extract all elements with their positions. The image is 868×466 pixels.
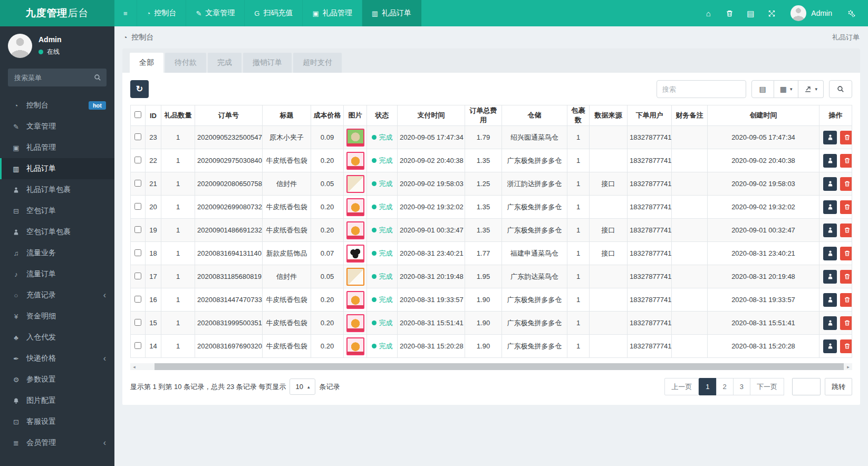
nav-item-scan-recharge[interactable]: G扫码充值 (245, 0, 303, 26)
row-detail-button[interactable] (823, 224, 837, 237)
sidebar-item-traffic-orders[interactable]: ♪流量订单 (0, 264, 114, 285)
row-delete-button[interactable] (840, 224, 852, 237)
page-size-selector[interactable]: 10▴ (290, 378, 315, 395)
sidebar-item-articles[interactable]: ✎文章管理 (0, 116, 114, 137)
row-checkbox[interactable] (134, 342, 141, 349)
product-thumbnail[interactable] (346, 221, 364, 239)
navbar-right-icons: ⌂▤ (698, 0, 782, 26)
sidebar-item-express-prices[interactable]: ✒快递价格‹ (0, 348, 114, 369)
nav-item-gifts[interactable]: ▣礼品管理 (303, 0, 362, 26)
tab-pending-payment[interactable]: 待付款 (165, 53, 206, 73)
row-detail-button[interactable] (823, 131, 837, 144)
user-menu[interactable]: Admin (782, 5, 841, 21)
product-thumbnail[interactable] (346, 129, 364, 147)
sidebar-item-member-management[interactable]: ≣会员管理‹ (0, 432, 114, 453)
row-delete-button[interactable] (840, 247, 852, 260)
sidebar-item-warehouse-dropship[interactable]: ♣入仓代发 (0, 327, 114, 348)
row-checkbox[interactable] (134, 226, 141, 233)
jump-page-input[interactable] (792, 378, 821, 395)
product-thumbnail[interactable] (346, 314, 364, 332)
row-delete-button[interactable] (840, 154, 852, 168)
product-thumbnail[interactable] (346, 198, 364, 216)
sidebar-item-dashboard[interactable]: ◔控制台hot (0, 95, 114, 116)
scrollbar-thumb[interactable] (155, 363, 844, 370)
sidebar-item-gifts[interactable]: ▣礼品管理 (0, 137, 114, 158)
product-thumbnail[interactable] (346, 337, 364, 355)
nav-item-dashboard[interactable]: ◔控制台 (137, 0, 187, 26)
gauge-icon: ◔ (147, 10, 151, 17)
page-2-button[interactable]: 2 (716, 378, 734, 395)
tab-cancelled-orders[interactable]: 撤销订单 (243, 53, 292, 73)
row-checkbox[interactable] (134, 249, 141, 256)
table-search-input[interactable] (657, 80, 746, 98)
row-detail-button[interactable] (823, 200, 837, 214)
row-delete-button[interactable] (840, 293, 852, 307)
sidebar-item-traffic-business[interactable]: ♫流量业务 (0, 242, 114, 264)
prev-page-button[interactable]: 上一页 (664, 378, 699, 395)
detail-view-button[interactable]: ▤ (751, 80, 774, 98)
row-detail-button[interactable] (823, 316, 837, 330)
tab-completed[interactable]: 完成 (208, 53, 242, 73)
clear-trash-button[interactable] (719, 0, 740, 26)
row-detail-button[interactable] (823, 270, 837, 284)
sidebar-item-empty-orders[interactable]: ⊟空包订单 (0, 200, 114, 221)
select-all-checkbox[interactable] (134, 111, 141, 118)
row-detail-button[interactable] (823, 177, 837, 191)
row-detail-button[interactable] (823, 247, 837, 260)
product-thumbnail[interactable] (346, 245, 364, 263)
page-3-button[interactable]: 3 (733, 378, 750, 395)
sidebar-toggle-button[interactable]: ≡ (114, 0, 137, 26)
sidebar-search-input[interactable] (8, 69, 107, 86)
row-delete-button[interactable] (840, 270, 852, 284)
row-detail-button[interactable] (823, 339, 837, 353)
columns-button[interactable]: ▦▾ (774, 80, 799, 98)
settings-button[interactable] (841, 0, 862, 26)
log-button[interactable]: ▤ (740, 0, 761, 26)
sidebar-item-gift-order-packages[interactable]: 礼品订单包裹 (0, 179, 114, 200)
product-thumbnail[interactable] (346, 175, 364, 193)
search-button[interactable] (829, 80, 852, 98)
product-thumbnail[interactable] (346, 152, 364, 170)
sidebar-item-image-config[interactable]: 图片配置 (0, 390, 114, 411)
fullscreen-button[interactable] (761, 0, 782, 26)
row-delete-button[interactable] (840, 200, 852, 214)
sidebar-item-fund-details[interactable]: ¥资金明细 (0, 306, 114, 327)
content-header: ◔控制台 礼品订单 (114, 26, 868, 48)
row-delete-button[interactable] (840, 316, 852, 330)
sidebar-item-recharge-records[interactable]: ○充值记录‹ (0, 285, 114, 306)
nav-item-gift-orders[interactable]: ▥礼品订单 (362, 0, 421, 26)
tab-overtime-payment[interactable]: 超时支付 (293, 53, 342, 73)
row-delete-button[interactable] (840, 131, 852, 144)
row-checkbox[interactable] (134, 273, 141, 279)
row-delete-button[interactable] (840, 177, 852, 191)
sidebar-item-parameter-settings[interactable]: ⚙参数设置 (0, 369, 114, 390)
row-checkbox[interactable] (134, 180, 141, 187)
row-detail-button[interactable] (823, 154, 837, 168)
search-icon[interactable] (94, 74, 101, 81)
brand-logo[interactable]: 九度管理后台 (0, 0, 114, 26)
sidebar-item-gift-orders[interactable]: ▥礼品订单 (0, 158, 114, 179)
row-checkbox[interactable] (134, 157, 141, 163)
sidebar-item-service-settings[interactable]: ⊡客服设置 (0, 411, 114, 432)
product-thumbnail[interactable] (346, 268, 364, 286)
home-button[interactable]: ⌂ (698, 0, 719, 26)
breadcrumb[interactable]: ◔控制台 (123, 33, 153, 42)
jump-button[interactable]: 跳转 (825, 378, 852, 395)
export-button[interactable]: ▾ (798, 80, 824, 98)
scroll-right-arrow[interactable]: ▸ (844, 363, 852, 370)
page-1-button[interactable]: 1 (699, 378, 716, 395)
row-checkbox[interactable] (134, 203, 141, 210)
row-checkbox[interactable] (134, 319, 141, 326)
tab-all[interactable]: 全部 (130, 53, 163, 73)
refresh-button[interactable]: ↻ (130, 80, 149, 98)
row-checkbox[interactable] (134, 133, 141, 140)
row-checkbox[interactable] (134, 296, 141, 303)
next-page-button[interactable]: 下一页 (750, 378, 784, 395)
scroll-left-arrow[interactable]: ◂ (130, 363, 138, 370)
sidebar-item-empty-order-packages[interactable]: 空包订单包裹 (0, 221, 114, 242)
nav-item-articles[interactable]: ✎文章管理 (186, 0, 245, 26)
col-check (131, 105, 146, 126)
product-thumbnail[interactable] (346, 291, 364, 309)
row-delete-button[interactable] (840, 339, 852, 353)
row-detail-button[interactable] (823, 293, 837, 307)
